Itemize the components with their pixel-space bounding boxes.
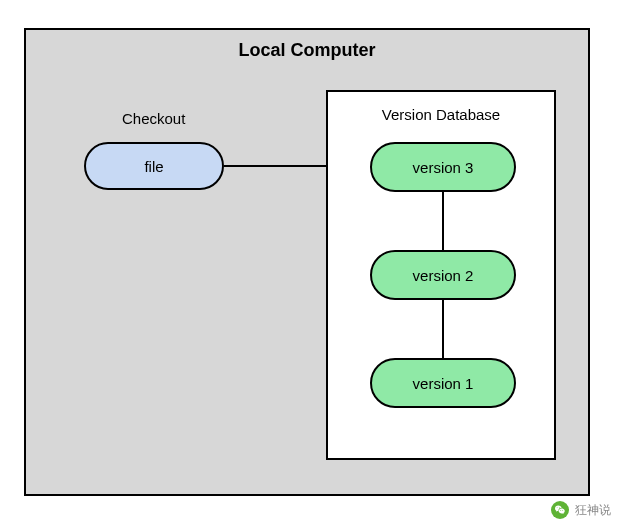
watermark: 狂神说 xyxy=(551,501,611,519)
version-1-node: version 1 xyxy=(370,358,516,408)
version-2-label: version 2 xyxy=(413,267,474,284)
version-2-node: version 2 xyxy=(370,250,516,300)
version-1-label: version 1 xyxy=(413,375,474,392)
watermark-text: 狂神说 xyxy=(575,502,611,519)
version-3-label: version 3 xyxy=(413,159,474,176)
wechat-icon xyxy=(551,501,569,519)
connector-v3-v2 xyxy=(442,192,444,250)
local-computer-box: Local Computer Checkout file Version Dat… xyxy=(24,28,590,496)
version-database-label: Version Database xyxy=(328,106,554,123)
connector-v2-v1 xyxy=(442,300,444,358)
file-node: file xyxy=(84,142,224,190)
file-node-label: file xyxy=(144,158,163,175)
checkout-label: Checkout xyxy=(122,110,185,127)
version-3-node: version 3 xyxy=(370,142,516,192)
version-database-box: Version Database version 3 version 2 ver… xyxy=(326,90,556,460)
diagram-title: Local Computer xyxy=(26,40,588,61)
